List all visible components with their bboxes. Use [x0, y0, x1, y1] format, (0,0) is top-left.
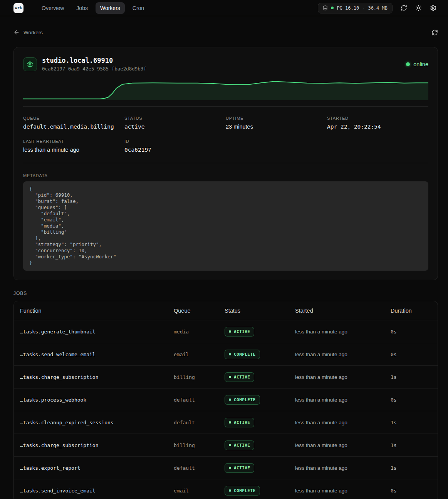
job-function: …tasks.send_welcome_email	[20, 352, 174, 357]
job-queue: default	[174, 465, 225, 471]
theme-toggle-button[interactable]	[415, 5, 422, 11]
stat-label: STARTED	[327, 116, 428, 121]
page-refresh-button[interactable]	[431, 29, 438, 36]
job-status-cell: ACTIVE	[225, 327, 295, 337]
status-text: ACTIVE	[234, 443, 250, 448]
metadata-section: METADATA { "pid": 69910, "burst": false,…	[23, 163, 428, 271]
nav-tab-workers[interactable]: Workers	[96, 2, 125, 14]
refresh-icon	[431, 29, 438, 36]
stat-status: STATUSactive	[124, 116, 226, 130]
job-function: …tasks.charge_subscription	[20, 442, 174, 448]
status-text: COMPLETE	[234, 488, 256, 493]
job-status-cell: COMPLETE	[225, 350, 295, 359]
job-row[interactable]: …tasks.charge_subscriptionbillingACTIVEl…	[14, 434, 438, 457]
job-queue: media	[174, 329, 225, 335]
nav-tabs: OverviewJobsWorkersCron	[37, 2, 149, 14]
job-function: …tasks.cleanup_expired_sessions	[20, 420, 174, 425]
column-header-queue: Queue	[174, 308, 225, 314]
job-function: …tasks.process_webhook	[20, 397, 174, 403]
status-badge: ACTIVE	[225, 418, 254, 427]
worker-card-header: studio.local.69910 0ca62197-0aa9-42e5-95…	[23, 57, 428, 72]
job-duration: 1s	[391, 465, 431, 471]
metadata-label: METADATA	[23, 173, 428, 178]
jobs-table-header: FunctionQueueStatusStartedDuration	[14, 301, 438, 320]
job-row[interactable]: …tasks.export_reportdefaultACTIVEless th…	[14, 457, 438, 479]
nav-tab-cron[interactable]: Cron	[128, 2, 149, 14]
job-function: …tasks.charge_subscription	[20, 374, 174, 380]
column-header-started: Started	[295, 308, 391, 314]
job-function: …tasks.send_invoice_email	[20, 488, 174, 494]
worker-hostname: studio.local.69910	[42, 57, 146, 64]
job-status-cell: ACTIVE	[225, 418, 295, 427]
db-badge-separator: ·	[362, 5, 365, 11]
status-text: ACTIVE	[234, 420, 250, 425]
job-queue: default	[174, 420, 225, 425]
jobs-table-body: …tasks.generate_thumbnailmediaACTIVEless…	[14, 320, 438, 499]
breadcrumb-row: Workers	[13, 26, 438, 39]
status-dot-icon	[229, 376, 231, 378]
settings-button[interactable]	[430, 5, 436, 11]
online-label: online	[413, 61, 428, 67]
stat-value: 23 minutes	[226, 124, 327, 130]
worker-activity-sparkline	[23, 78, 428, 100]
database-status-badge[interactable]: PG 16.10 · 36.4 MB	[318, 3, 393, 13]
job-started: less than a minute ago	[295, 352, 391, 357]
job-status-cell: COMPLETE	[225, 486, 295, 496]
job-row[interactable]: …tasks.charge_subscriptionbillingACTIVEl…	[14, 366, 438, 388]
job-duration: 1s	[391, 374, 431, 380]
job-row[interactable]: …tasks.send_invoice_emailemailCOMPLETEle…	[14, 479, 438, 499]
job-started: less than a minute ago	[295, 397, 391, 403]
status-dot-icon	[229, 467, 231, 469]
job-started: less than a minute ago	[295, 442, 391, 448]
back-arrow-icon	[13, 29, 20, 35]
status-dot-icon	[229, 421, 231, 424]
column-header-duration: Duration	[391, 308, 431, 314]
stat-queue: QUEUEdefault,email,media,billing	[23, 116, 124, 130]
stat-label: ID	[124, 139, 226, 144]
status-badge: ACTIVE	[225, 440, 254, 450]
app-logo[interactable]: wrk	[13, 3, 23, 13]
stat-label: STATUS	[124, 116, 226, 121]
worker-stats-grid: QUEUEdefault,email,media,billingSTATUSac…	[23, 107, 428, 163]
job-row[interactable]: …tasks.process_webhookdefaultCOMPLETEles…	[14, 388, 438, 411]
stat-value: active	[124, 124, 226, 130]
job-started: less than a minute ago	[295, 374, 391, 380]
job-status-cell: ACTIVE	[225, 463, 295, 473]
db-version-label: PG 16.10	[337, 5, 359, 11]
job-status-cell: ACTIVE	[225, 372, 295, 382]
job-function: …tasks.export_report	[20, 465, 174, 471]
status-badge: ACTIVE	[225, 463, 254, 473]
column-header-function: Function	[20, 308, 174, 314]
online-dot-icon	[406, 62, 410, 66]
breadcrumb[interactable]: Workers	[13, 29, 43, 35]
gear-icon	[430, 5, 436, 11]
stat-uptime: UPTIME23 minutes	[226, 116, 327, 130]
topnav-right: PG 16.10 · 36.4 MB	[318, 3, 436, 13]
job-started: less than a minute ago	[295, 420, 391, 425]
job-row[interactable]: …tasks.cleanup_expired_sessionsdefaultAC…	[14, 411, 438, 434]
job-started: less than a minute ago	[295, 329, 391, 335]
status-badge: COMPLETE	[225, 486, 260, 496]
nav-tab-overview[interactable]: Overview	[37, 2, 69, 14]
metadata-json: { "pid": 69910, "burst": false, "queues"…	[23, 181, 428, 271]
job-duration: 0s	[391, 488, 431, 494]
status-dot-icon	[229, 444, 231, 446]
jobs-section-label: JOBS	[13, 291, 438, 296]
stat-id: ID0ca62197	[124, 139, 226, 153]
nav-tab-jobs[interactable]: Jobs	[72, 2, 92, 14]
refresh-button[interactable]	[401, 5, 407, 11]
job-queue: email	[174, 488, 225, 494]
worker-identity: studio.local.69910 0ca62197-0aa9-42e5-95…	[42, 57, 146, 72]
app-logo-text: wrk	[15, 6, 22, 10]
job-status-cell: COMPLETE	[225, 395, 295, 405]
db-size-label: 36.4 MB	[368, 5, 388, 11]
status-badge: COMPLETE	[225, 350, 260, 359]
status-text: COMPLETE	[234, 397, 256, 402]
job-row[interactable]: …tasks.generate_thumbnailmediaACTIVEless…	[14, 320, 438, 343]
job-row[interactable]: …tasks.send_welcome_emailemailCOMPLETEle…	[14, 343, 438, 366]
stat-label: LAST HEARTBEAT	[23, 139, 124, 144]
worker-uuid: 0ca62197-0aa9-42e5-9585-fbae2d8d9b3f	[42, 66, 146, 72]
job-function: …tasks.generate_thumbnail	[20, 329, 174, 335]
column-header-status: Status	[225, 308, 295, 314]
jobs-table: FunctionQueueStatusStartedDuration …task…	[13, 301, 438, 499]
